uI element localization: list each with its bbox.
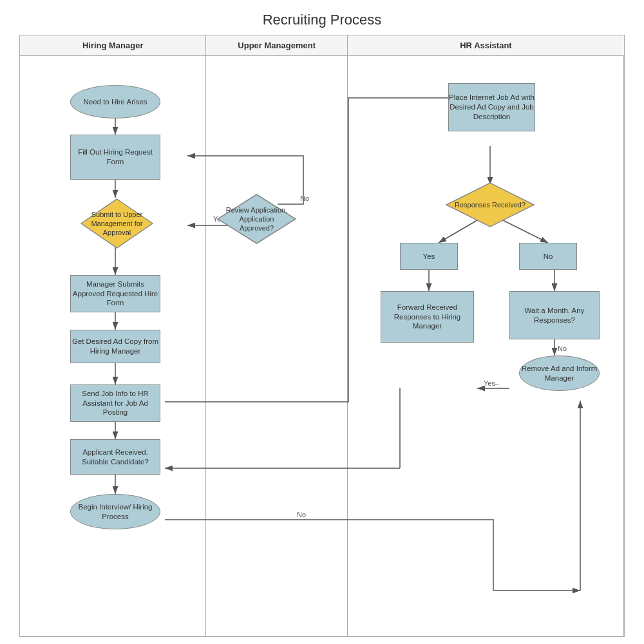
- remove-ad-shape: Remove Ad and Inform Manager: [519, 355, 600, 391]
- diagram-container: Hiring Manager Upper Management HR Assis…: [19, 35, 625, 637]
- lane-header-hm: Hiring Manager: [20, 35, 206, 55]
- get-ad-copy-shape: Get Desired Ad Copy from Hiring Manager: [70, 330, 160, 363]
- page: Recruiting Process Hiring Manager Upper …: [0, 0, 644, 644]
- forward-received-shape: Forward Received Responses to Hiring Man…: [381, 291, 474, 343]
- place-internet-shape: Place Internet Job Ad with Desired Ad Co…: [448, 83, 535, 131]
- lane-hr: [348, 56, 624, 636]
- lanes: Yes No Yes–: [20, 56, 624, 636]
- manager-submits-shape: Manager Submits Approved Requested Hire …: [70, 275, 160, 312]
- lane-headers: Hiring Manager Upper Management HR Assis…: [20, 35, 624, 56]
- send-job-info-shape: Send Job Info to HR Assistant for Job Ad…: [70, 384, 160, 422]
- no-box-shape: No: [519, 243, 577, 270]
- wait-month-shape: Wait a Month. Any Responses?: [509, 291, 600, 339]
- responses-received-diamond: Responses Received?: [445, 182, 535, 228]
- yes-box-shape: Yes: [400, 243, 458, 270]
- page-title: Recruiting Process: [0, 0, 644, 35]
- submit-upper-diamond: Submit to Upper Management for Approval: [80, 198, 154, 249]
- applicant-received-shape: Applicant Received. Suitable Candidate?: [70, 439, 160, 475]
- lane-header-hr: HR Assistant: [348, 35, 624, 55]
- fill-form-shape: Fill Out Hiring Request Form: [70, 135, 160, 180]
- begin-interview-shape: Begin Interview/ Hiring Process: [70, 494, 160, 529]
- lane-header-um: Upper Management: [206, 35, 348, 55]
- lane-um: [206, 56, 348, 636]
- need-hire-shape: Need to Hire Arises: [70, 85, 160, 118]
- review-app-diamond: Review Application. Application Approved…: [216, 193, 297, 245]
